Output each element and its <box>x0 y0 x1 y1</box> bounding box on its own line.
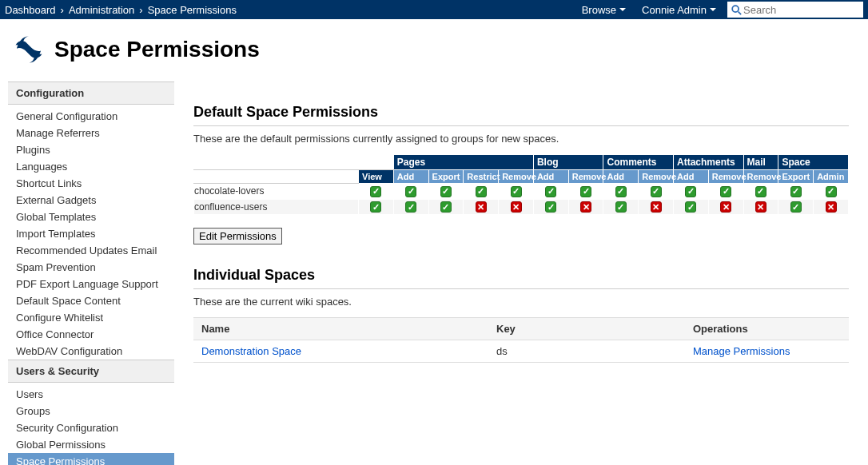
perm-cell: ✓ <box>603 199 639 215</box>
perm-cell: ✓ <box>499 184 534 200</box>
space-name-link[interactable]: Demonstration Space <box>201 345 301 357</box>
permission-row: chocolate-lovers✓✓✓✓✓✓✓✓✓✓✓✓✓✓ <box>194 184 849 200</box>
sidebar-item[interactable]: Configure Whitelist <box>11 309 171 326</box>
sidebar-item[interactable]: Default Space Content <box>11 292 171 309</box>
sidebar-section-header: Users & Security <box>8 360 174 383</box>
permission-row: confluence-users✓✓✓✕✕✓✕✓✕✓✕✕✓✕ <box>194 199 849 215</box>
sidebar-item[interactable]: Space Permissions <box>8 453 174 465</box>
spaces-table: Name Key Operations Demonstration Spaced… <box>193 317 849 363</box>
perm-col-header: Add <box>393 170 428 184</box>
check-yes-icon: ✓ <box>580 186 591 197</box>
section-divider <box>193 288 849 289</box>
perm-cell: ✓ <box>393 199 428 215</box>
sidebar-item[interactable]: Global Templates <box>11 209 171 225</box>
row-name: chocolate-lovers <box>194 184 359 200</box>
page-title: Space Permissions <box>54 37 260 62</box>
perm-col-header: Remove <box>568 170 603 184</box>
perm-col-header: Remove <box>708 170 743 184</box>
sidebar-item[interactable]: Spam Prevention <box>11 259 171 276</box>
perm-cell: ✓ <box>428 199 464 215</box>
perm-col-header: Add <box>533 170 568 184</box>
sidebar-item[interactable]: PDF Export Language Support <box>11 276 171 292</box>
perm-col-header: Export <box>428 170 464 184</box>
check-no-icon: ✕ <box>651 201 662 213</box>
chevron-down-icon <box>710 8 716 11</box>
perm-group-header: Pages <box>393 155 533 170</box>
check-yes-icon: ✓ <box>440 201 452 213</box>
check-yes-icon: ✓ <box>545 201 556 213</box>
check-yes-icon: ✓ <box>755 186 766 197</box>
perm-col-header: Add <box>603 170 639 184</box>
search-box[interactable] <box>727 2 863 18</box>
perm-group-header: Mail <box>743 155 778 170</box>
individual-spaces-intro: These are the current wiki spaces. <box>193 296 849 308</box>
check-yes-icon: ✓ <box>826 186 837 197</box>
confluence-logo-icon <box>11 32 46 67</box>
sidebar-item[interactable]: Office Connector <box>11 326 171 343</box>
check-yes-icon: ✓ <box>685 186 696 197</box>
spaces-col-name: Name <box>193 318 488 340</box>
breadcrumb-dashboard[interactable]: Dashboard <box>5 4 56 16</box>
perm-cell: ✓ <box>778 199 814 215</box>
sidebar-item[interactable]: External Gadgets <box>11 192 171 209</box>
sidebar-item[interactable]: Plugins <box>11 141 171 158</box>
sidebar-item[interactable]: Import Templates <box>11 225 171 242</box>
perm-col-header: Remove <box>499 170 534 184</box>
edit-permissions-button[interactable]: Edit Permissions <box>193 228 282 244</box>
search-icon <box>731 4 742 15</box>
check-yes-icon: ✓ <box>615 186 627 197</box>
user-menu[interactable]: Connie Admin <box>634 4 724 16</box>
check-yes-icon: ✓ <box>370 186 381 197</box>
sidebar-item[interactable]: Security Configuration <box>11 419 171 436</box>
perm-cell: ✓ <box>674 184 709 200</box>
spaces-col-key: Key <box>488 318 685 340</box>
svg-line-1 <box>739 12 742 15</box>
space-key-cell: ds <box>488 340 685 363</box>
sidebar-item[interactable]: WebDAV Configuration <box>11 343 171 360</box>
sidebar-item[interactable]: Recommended Updates Email <box>11 242 171 259</box>
perm-cell: ✓ <box>359 199 394 215</box>
check-no-icon: ✕ <box>511 201 522 213</box>
section-heading-default-perms: Default Space Permissions <box>193 104 849 121</box>
default-perms-intro: These are the default permissions curren… <box>193 133 849 145</box>
perm-group-header: Blog <box>533 155 603 170</box>
manage-permissions-link[interactable]: Manage Permissions <box>693 345 790 357</box>
search-input[interactable] <box>742 3 860 17</box>
perm-cell: ✓ <box>464 184 499 200</box>
page-header: Space Permissions <box>0 19 868 81</box>
sidebar-item[interactable]: Global Permissions <box>11 436 171 453</box>
perm-cell: ✕ <box>568 199 603 215</box>
perm-cell: ✓ <box>428 184 464 200</box>
breadcrumb-administration[interactable]: Administration <box>69 4 134 16</box>
check-yes-icon: ✓ <box>720 186 731 197</box>
sidebar-item[interactable]: Users <box>11 386 171 403</box>
perm-col-view: View <box>359 170 394 184</box>
perm-group-header: Space <box>778 155 849 170</box>
perm-cell: ✓ <box>639 184 674 200</box>
sidebar-item[interactable]: Groups <box>11 403 171 419</box>
check-yes-icon: ✓ <box>370 201 381 213</box>
browse-menu[interactable]: Browse <box>574 4 634 16</box>
check-yes-icon: ✓ <box>405 186 416 197</box>
perm-col-header: Export <box>778 170 814 184</box>
perm-cell: ✓ <box>603 184 639 200</box>
check-yes-icon: ✓ <box>790 201 802 213</box>
check-yes-icon: ✓ <box>440 186 452 197</box>
table-blank <box>194 155 394 170</box>
perm-col-header: Remove <box>639 170 674 184</box>
check-yes-icon: ✓ <box>405 201 416 213</box>
sidebar-item[interactable]: Shortcut Links <box>11 175 171 192</box>
breadcrumb-space-permissions[interactable]: Space Permissions <box>148 4 237 16</box>
permissions-table: PagesBlogCommentsAttachmentsMailSpace Vi… <box>193 154 849 215</box>
sidebar-item[interactable]: Languages <box>11 158 171 175</box>
perm-cell: ✕ <box>743 199 778 215</box>
top-bar: Dashboard › Administration › Space Permi… <box>0 0 868 19</box>
sidebar-item[interactable]: Manage Referrers <box>11 125 171 141</box>
sidebar-item[interactable]: General Configuration <box>11 108 171 125</box>
row-name: confluence-users <box>194 199 359 215</box>
perm-cell: ✓ <box>393 184 428 200</box>
perm-cell: ✕ <box>708 199 743 215</box>
perm-col-header: Remove <box>743 170 778 184</box>
perm-cell: ✓ <box>814 184 849 200</box>
check-yes-icon: ✓ <box>476 186 487 197</box>
